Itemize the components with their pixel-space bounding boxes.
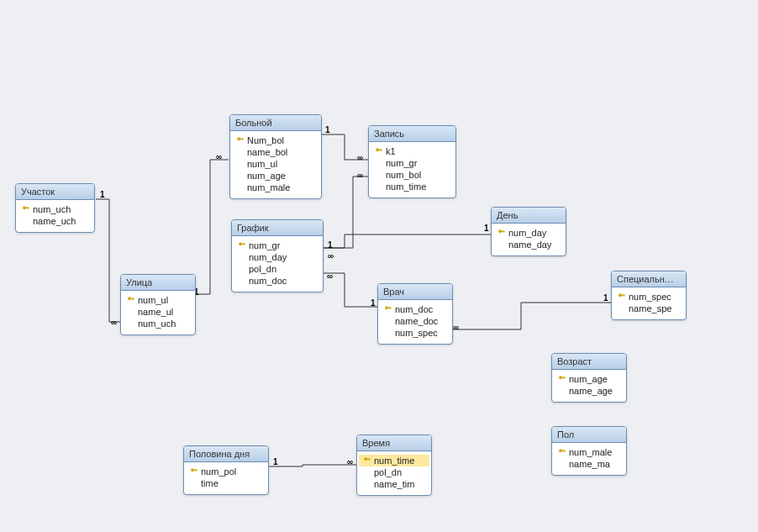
field-name: name_ma <box>569 459 610 469</box>
field-name: num_male <box>569 447 612 457</box>
primary-key-icon <box>21 205 31 213</box>
table-pol[interactable]: Пол num_malename_ma <box>551 426 627 476</box>
field-row[interactable]: num_ul <box>123 294 193 306</box>
field-row[interactable]: k1 <box>371 145 454 157</box>
field-row[interactable]: num_day <box>234 251 321 263</box>
table-header[interactable]: Врач <box>378 284 452 300</box>
field-row[interactable]: name_ul <box>123 306 193 318</box>
field-row[interactable]: name_tim <box>359 478 429 490</box>
field-row[interactable]: num_time <box>371 181 454 192</box>
svg-rect-17 <box>503 231 504 234</box>
table-vremya[interactable]: Время num_timepol_dnname_tim <box>356 435 432 496</box>
table-header[interactable]: Участок <box>16 184 94 200</box>
primary-key-icon <box>235 136 245 145</box>
table-fields: num_docname_docnum_spec <box>378 300 452 344</box>
table-fields: num_poltime <box>184 462 268 494</box>
table-fields: num_specname_spe <box>612 287 686 319</box>
table-header[interactable]: Улица <box>121 275 195 291</box>
table-uchastok[interactable]: Участок num_uchname_uch <box>15 183 95 233</box>
field-name: Num_bol <box>247 135 284 145</box>
field-row[interactable]: Num_bol <box>232 134 319 146</box>
table-header[interactable]: Возраст <box>552 354 626 370</box>
table-fields: num_grnum_daypol_dnnum_doc <box>232 236 323 292</box>
field-row[interactable]: num_spec <box>613 291 684 303</box>
field-row[interactable]: num_time <box>359 455 429 466</box>
field-row[interactable]: pol_dn <box>359 466 429 478</box>
field-name: num_spec <box>629 292 671 302</box>
card-1: 1 <box>272 457 279 466</box>
field-row[interactable]: time <box>186 477 266 489</box>
card-1: 1 <box>483 224 490 233</box>
field-row[interactable]: num_male <box>232 182 319 193</box>
table-vrach[interactable]: Врач num_docname_docnum_spec <box>377 283 453 345</box>
table-vozrast[interactable]: Возраст num_agename_age <box>551 353 627 403</box>
field-name: time <box>201 478 218 488</box>
primary-key-icon <box>237 241 247 250</box>
table-header[interactable]: Половина дня <box>184 446 268 462</box>
field-row[interactable]: name_spe <box>613 303 684 314</box>
card-1: 1 <box>327 240 334 250</box>
svg-rect-20 <box>390 308 391 310</box>
field-row[interactable]: num_uch <box>18 203 92 215</box>
primary-key-icon <box>617 292 627 301</box>
field-row[interactable]: num_spec <box>380 327 450 339</box>
field-row[interactable]: num_male <box>554 446 624 458</box>
field-name: num_age <box>569 374 608 384</box>
field-row[interactable]: num_pol <box>186 466 266 477</box>
field-row[interactable]: name_doc <box>380 315 450 327</box>
table-specialn[interactable]: Специальн… num_specname_spe <box>611 271 687 320</box>
field-row[interactable]: num_bol <box>371 169 454 181</box>
table-header[interactable]: Специальн… <box>612 271 686 287</box>
field-row[interactable]: num_gr <box>234 240 321 251</box>
primary-key-icon <box>557 448 567 456</box>
field-name: num_doc <box>395 304 433 314</box>
primary-key-icon <box>383 305 393 313</box>
table-den[interactable]: День num_dayname_day <box>491 207 566 256</box>
table-fields: num_timepol_dnname_tim <box>357 451 431 495</box>
field-row[interactable]: num_age <box>232 170 319 182</box>
field-row[interactable]: pol_dn <box>234 263 321 275</box>
card-many: ∞ <box>346 457 354 466</box>
field-row[interactable]: name_age <box>554 385 624 397</box>
table-fields: Num_bolname_bolnum_ulnum_agenum_male <box>230 131 321 198</box>
table-header[interactable]: График <box>232 220 323 236</box>
field-name: num_day <box>508 228 546 238</box>
table-zapis[interactable]: Запись k1num_grnum_bolnum_time <box>368 125 456 198</box>
field-row[interactable]: num_day <box>493 227 564 239</box>
table-fields: num_uchname_uch <box>16 200 94 232</box>
diagram-canvas: 1 ∞ 1 ∞ 1 ∞ 1 ∞ 1 ∞ 1 ∞ 1 ∞ 1 ∞ Участок … <box>0 0 758 532</box>
table-header[interactable]: Запись <box>369 126 455 142</box>
svg-rect-26 <box>564 377 565 380</box>
table-bolnoj[interactable]: Больной Num_bolname_bolnum_ulnum_agenum_… <box>229 114 322 199</box>
card-many: ∞ <box>327 251 334 261</box>
field-name: num_bol <box>386 170 421 180</box>
card-many: ∞ <box>356 153 364 162</box>
field-row[interactable]: num_ul <box>232 158 319 170</box>
field-row[interactable]: name_ma <box>554 458 624 470</box>
table-header[interactable]: Время <box>357 435 431 451</box>
field-row[interactable]: name_uch <box>18 215 92 227</box>
card-many: ∞ <box>326 271 334 281</box>
table-header[interactable]: День <box>492 208 566 224</box>
field-row[interactable]: num_doc <box>234 275 321 287</box>
field-row[interactable]: num_gr <box>371 157 454 169</box>
field-name: name_tim <box>374 479 414 489</box>
table-ulica[interactable]: Улица num_ulname_ulnum_uch <box>120 274 196 335</box>
table-fields: k1num_grnum_bolnum_time <box>369 142 455 198</box>
field-name: k1 <box>386 146 396 156</box>
field-row[interactable]: num_age <box>554 373 624 385</box>
svg-rect-8 <box>242 139 243 141</box>
card-many: ∞ <box>356 171 364 180</box>
card-many: ∞ <box>110 318 118 327</box>
table-header[interactable]: Пол <box>552 427 626 443</box>
card-1: 1 <box>99 190 106 199</box>
table-header[interactable]: Больной <box>230 115 321 131</box>
table-grafik[interactable]: График num_grnum_daypol_dnnum_doc <box>231 219 324 292</box>
field-row[interactable]: num_uch <box>123 318 193 329</box>
field-row[interactable]: name_day <box>493 239 564 250</box>
svg-rect-23 <box>624 295 624 298</box>
table-polovina[interactable]: Половина дня num_poltime <box>183 445 269 495</box>
field-row[interactable]: num_doc <box>380 303 450 315</box>
field-row[interactable]: name_bol <box>232 146 319 158</box>
field-name: num_time <box>386 182 426 192</box>
